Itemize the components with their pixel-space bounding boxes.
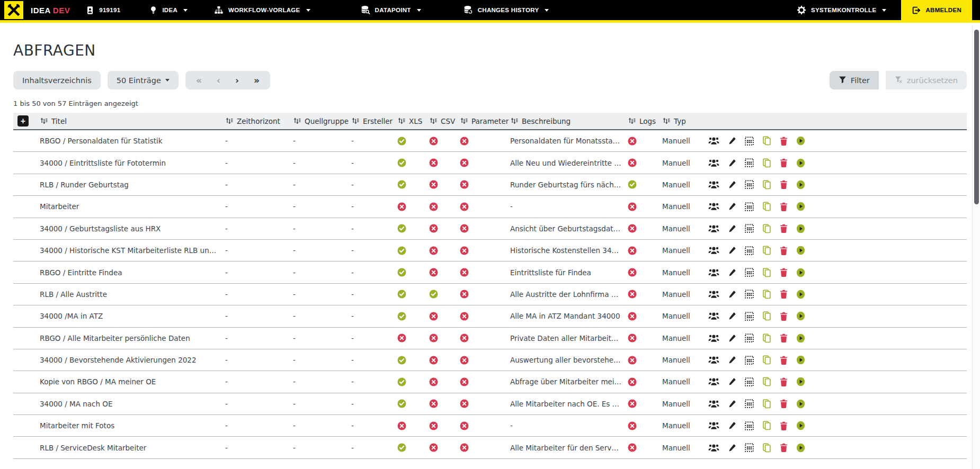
- delete-button[interactable]: [780, 377, 788, 386]
- sort-icon[interactable]: [293, 117, 301, 125]
- run-button[interactable]: [796, 224, 805, 233]
- app-brand[interactable]: IDEADEV: [31, 6, 70, 15]
- assign-users-button[interactable]: [708, 400, 719, 408]
- pagination-prev[interactable]: ‹: [209, 75, 228, 86]
- delete-button[interactable]: [780, 312, 788, 321]
- assign-users-button[interactable]: [708, 377, 719, 386]
- delete-button[interactable]: [780, 268, 788, 277]
- edit-button[interactable]: [728, 181, 736, 189]
- assign-users-button[interactable]: [708, 224, 719, 233]
- sort-icon[interactable]: [510, 117, 518, 125]
- edit-button[interactable]: [728, 202, 736, 211]
- assign-users-button[interactable]: [708, 290, 719, 299]
- assign-users-button[interactable]: [708, 159, 719, 167]
- edit-button[interactable]: [728, 159, 736, 167]
- edit-button[interactable]: [728, 290, 736, 299]
- copy-button[interactable]: [762, 158, 771, 168]
- assign-users-button[interactable]: [708, 356, 719, 364]
- grid-button[interactable]: [745, 224, 754, 233]
- copy-button[interactable]: [762, 355, 771, 365]
- grid-button[interactable]: [745, 399, 754, 408]
- run-button[interactable]: [796, 246, 805, 255]
- copy-button[interactable]: [762, 443, 771, 453]
- run-button[interactable]: [796, 443, 805, 453]
- sort-icon[interactable]: [351, 117, 359, 125]
- edit-button[interactable]: [728, 377, 736, 386]
- nav-item-idea[interactable]: IDEA: [149, 6, 188, 15]
- run-button[interactable]: [796, 377, 805, 386]
- entries-per-page-dropdown[interactable]: 50 Einträge: [108, 71, 179, 89]
- assign-users-button[interactable]: [708, 137, 719, 145]
- grid-button[interactable]: [745, 312, 754, 321]
- delete-button[interactable]: [780, 180, 788, 189]
- sort-icon[interactable]: [628, 117, 636, 125]
- column-header-typ[interactable]: Typ: [662, 117, 702, 125]
- grid-button[interactable]: [745, 202, 754, 211]
- contents-button[interactable]: Inhaltsverzeichnis: [13, 71, 101, 89]
- column-header-ersteller[interactable]: Ersteller: [351, 117, 397, 125]
- copy-button[interactable]: [762, 311, 771, 321]
- delete-button[interactable]: [780, 356, 788, 365]
- column-header-zeithorizont[interactable]: Zeithorizont: [225, 117, 293, 125]
- edit-button[interactable]: [728, 356, 736, 364]
- run-button[interactable]: [796, 290, 805, 299]
- edit-button[interactable]: [728, 444, 736, 452]
- delete-button[interactable]: [780, 399, 788, 408]
- grid-button[interactable]: [745, 290, 754, 299]
- edit-button[interactable]: [728, 268, 736, 277]
- grid-button[interactable]: [745, 137, 754, 146]
- run-button[interactable]: [796, 268, 805, 277]
- run-button[interactable]: [796, 311, 805, 321]
- edit-button[interactable]: [728, 312, 736, 320]
- grid-button[interactable]: [745, 268, 754, 277]
- grid-button[interactable]: [745, 356, 754, 365]
- edit-button[interactable]: [728, 334, 736, 342]
- sort-icon[interactable]: [429, 117, 437, 125]
- grid-button[interactable]: [745, 443, 754, 452]
- column-header-xls[interactable]: XLS: [397, 117, 429, 125]
- grid-button[interactable]: [745, 246, 754, 255]
- delete-button[interactable]: [780, 224, 788, 233]
- column-header-quellgruppe[interactable]: Quellgruppe: [293, 117, 351, 125]
- run-button[interactable]: [796, 355, 805, 365]
- assign-users-button[interactable]: [708, 444, 719, 452]
- nav-item-user[interactable]: 919191: [86, 6, 120, 15]
- copy-button[interactable]: [762, 246, 771, 255]
- column-header-parameter[interactable]: Parameter: [460, 117, 510, 125]
- copy-button[interactable]: [762, 202, 771, 211]
- pagination-next[interactable]: ›: [228, 75, 246, 86]
- assign-users-button[interactable]: [708, 334, 719, 342]
- run-button[interactable]: [796, 333, 805, 343]
- grid-button[interactable]: [745, 377, 754, 386]
- sort-icon[interactable]: [662, 117, 670, 125]
- sort-icon[interactable]: [40, 117, 48, 125]
- delete-button[interactable]: [780, 443, 788, 452]
- copy-button[interactable]: [762, 399, 771, 409]
- logout-button[interactable]: ABMELDEN: [901, 0, 972, 20]
- filter-reset-button[interactable]: zurücksetzen: [886, 71, 967, 89]
- nav-item-systemkontrolle[interactable]: SYSTEMKONTROLLE: [797, 5, 886, 15]
- assign-users-button[interactable]: [708, 312, 719, 320]
- delete-button[interactable]: [780, 333, 788, 342]
- scrollbar-thumb[interactable]: [974, 30, 979, 204]
- copy-button[interactable]: [762, 290, 771, 299]
- grid-button[interactable]: [745, 158, 754, 167]
- edit-button[interactable]: [728, 137, 736, 145]
- run-button[interactable]: [796, 136, 805, 146]
- add-query-button[interactable]: +: [17, 115, 29, 127]
- filter-button[interactable]: Filter: [830, 71, 879, 89]
- column-header-titel[interactable]: Titel: [40, 117, 225, 125]
- run-button[interactable]: [796, 180, 805, 190]
- grid-button[interactable]: [745, 180, 754, 189]
- nav-item-changes-history[interactable]: CHANGES HISTORY: [464, 5, 549, 15]
- copy-button[interactable]: [762, 136, 771, 146]
- assign-users-button[interactable]: [708, 268, 719, 277]
- pagination-first[interactable]: «: [189, 75, 209, 86]
- delete-button[interactable]: [780, 137, 788, 146]
- nav-item-datapoint[interactable]: DATAPOINT: [361, 5, 421, 15]
- pagination-last[interactable]: »: [246, 75, 267, 86]
- assign-users-button[interactable]: [708, 202, 719, 211]
- grid-button[interactable]: [745, 333, 754, 342]
- sort-icon[interactable]: [225, 117, 233, 125]
- vertical-scrollbar[interactable]: [972, 25, 980, 469]
